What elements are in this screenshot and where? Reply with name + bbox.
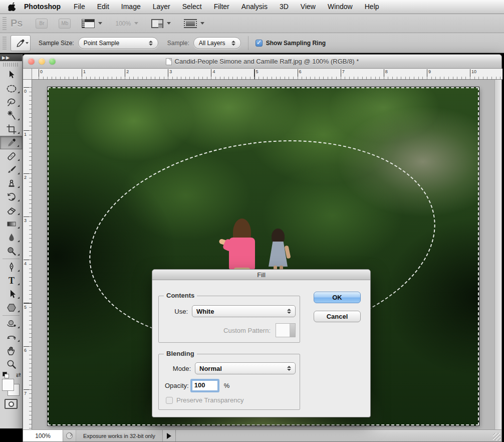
grip-handle[interactable] bbox=[3, 17, 7, 30]
vertical-scrollbar[interactable] bbox=[494, 80, 501, 430]
clone-stamp-tool[interactable] bbox=[0, 176, 23, 190]
gradient-tool[interactable] bbox=[0, 217, 23, 231]
resize-grip[interactable] bbox=[493, 433, 500, 440]
marquee-icon bbox=[6, 83, 18, 95]
menu-item-file[interactable]: File bbox=[68, 0, 91, 14]
stepper-icon bbox=[287, 309, 291, 314]
mode-select[interactable]: Normal bbox=[195, 362, 296, 374]
sample-select[interactable]: All Layers bbox=[193, 37, 241, 49]
opacity-input[interactable]: 100 bbox=[192, 380, 218, 391]
menu-item-photoshop[interactable]: Photoshop bbox=[18, 0, 68, 14]
zoom-window-button[interactable] bbox=[49, 58, 56, 65]
launch-bridge-button[interactable]: Br bbox=[36, 19, 48, 29]
show-sampling-ring-checkbox[interactable] bbox=[256, 40, 263, 47]
hand-tool[interactable] bbox=[0, 344, 23, 357]
tool-options-bar: Sample Size: Point Sample Sample: All La… bbox=[0, 33, 504, 53]
fill-dialog: Fill Contents Use: White Custom Pattern:… bbox=[152, 269, 371, 417]
menu-item-help[interactable]: Help bbox=[359, 0, 385, 14]
v-ruler-number: 4 bbox=[24, 261, 27, 266]
move-tool[interactable] bbox=[0, 68, 23, 82]
close-button[interactable] bbox=[28, 58, 35, 65]
menu-item-image[interactable]: Image bbox=[115, 0, 147, 14]
path-selection-tool[interactable] bbox=[0, 287, 23, 301]
mode-value: Normal bbox=[199, 365, 282, 372]
use-select[interactable]: White bbox=[192, 305, 296, 317]
menu-bar: PhotoshopFileEditImageLayerSelectFilterA… bbox=[0, 0, 504, 14]
ok-button[interactable]: OK bbox=[314, 292, 361, 303]
eyedropper-icon bbox=[15, 38, 26, 49]
vertical-ruler[interactable]: 01234567 bbox=[23, 80, 32, 430]
eyedropper-tool[interactable] bbox=[0, 136, 23, 149]
document-title: Candid-People Simone and Camille Raff.jp… bbox=[175, 58, 359, 65]
palette-collapse-button[interactable]: ▶▶ bbox=[0, 54, 22, 61]
menu-item-filter[interactable]: Filter bbox=[208, 0, 235, 14]
zoom-level-dropdown[interactable]: 100% bbox=[115, 20, 138, 27]
contents-group: Contents Use: White Custom Pattern: bbox=[158, 296, 300, 343]
ruler-origin-box[interactable] bbox=[23, 69, 32, 80]
arrange-documents-icon bbox=[151, 19, 163, 28]
menu-item-layer[interactable]: Layer bbox=[147, 0, 176, 14]
menu-item-window[interactable]: Window bbox=[322, 0, 359, 14]
default-colors-icon[interactable] bbox=[3, 372, 9, 378]
3d-rotate-tool[interactable] bbox=[0, 317, 23, 330]
menu-item-select[interactable]: Select bbox=[176, 0, 208, 14]
type-icon: T bbox=[6, 275, 18, 287]
horizontal-ruler[interactable]: 012345678910 bbox=[32, 69, 502, 80]
type-tool[interactable]: T bbox=[0, 274, 23, 287]
apple-menu[interactable] bbox=[5, 3, 18, 11]
h-ruler-number: 1 bbox=[83, 69, 86, 74]
menu-item-view[interactable]: View bbox=[295, 0, 322, 14]
cancel-button[interactable]: Cancel bbox=[314, 311, 361, 322]
grip-handle[interactable] bbox=[3, 63, 19, 67]
menu-item-analysis[interactable]: Analysis bbox=[235, 0, 274, 14]
foreground-color-swatch[interactable] bbox=[2, 379, 14, 391]
minimize-button[interactable] bbox=[39, 58, 45, 65]
current-tool-button[interactable] bbox=[11, 35, 31, 51]
sample-size-select[interactable]: Point Sample bbox=[78, 37, 158, 49]
magic-wand-tool[interactable] bbox=[0, 109, 23, 122]
hand-icon bbox=[6, 345, 18, 357]
zoom-tool[interactable] bbox=[0, 357, 23, 371]
pen-tool[interactable] bbox=[0, 260, 23, 274]
status-info-button[interactable] bbox=[63, 430, 76, 441]
stepper-icon bbox=[287, 366, 291, 371]
h-ruler-number: 2 bbox=[126, 69, 129, 74]
lasso-tool[interactable] bbox=[0, 95, 23, 109]
swap-colors-icon[interactable]: ⇄ bbox=[16, 371, 21, 378]
eyedropper-icon bbox=[6, 137, 18, 149]
window-title-bar[interactable]: Candid-People Simone and Camille Raff.jp… bbox=[23, 55, 501, 69]
launch-mobile-button[interactable]: Mb bbox=[59, 19, 71, 29]
status-zoom-field[interactable]: 100% bbox=[23, 430, 63, 441]
magic-wand-icon bbox=[6, 110, 18, 122]
blur-tool[interactable] bbox=[0, 231, 23, 244]
zoom-level-value: 100% bbox=[115, 20, 131, 27]
screen-mode-icon bbox=[184, 19, 197, 28]
shape-tool[interactable] bbox=[0, 301, 23, 314]
pie-icon bbox=[66, 432, 73, 439]
view-extras-dropdown[interactable] bbox=[82, 19, 102, 28]
dialog-title[interactable]: Fill bbox=[152, 270, 370, 280]
dodge-icon bbox=[6, 245, 18, 257]
healing-brush-tool[interactable] bbox=[0, 149, 23, 163]
quick-mask-button[interactable] bbox=[5, 399, 18, 409]
3d-orbit-tool[interactable] bbox=[0, 330, 23, 344]
arrange-documents-dropdown[interactable] bbox=[151, 19, 171, 28]
view-extras-icon bbox=[82, 19, 95, 28]
eraser-tool[interactable] bbox=[0, 203, 23, 217]
menu-item-3d[interactable]: 3D bbox=[274, 0, 295, 14]
screen-mode-dropdown[interactable] bbox=[184, 19, 204, 28]
chevron-down-icon bbox=[200, 22, 204, 25]
marquee-tool[interactable] bbox=[0, 82, 23, 95]
grip-handle[interactable] bbox=[3, 37, 7, 50]
h-ruler-number: 0 bbox=[40, 69, 43, 74]
clone-stamp-icon bbox=[6, 177, 18, 189]
brush-tool[interactable] bbox=[0, 163, 23, 176]
history-brush-tool[interactable] bbox=[0, 190, 23, 203]
status-message: Exposure works in 32-bit only bbox=[76, 430, 163, 441]
menu-item-edit[interactable]: Edit bbox=[91, 0, 115, 14]
v-ruler-number: 2 bbox=[24, 175, 27, 180]
dodge-tool[interactable] bbox=[0, 244, 23, 258]
crop-tool[interactable] bbox=[0, 122, 23, 136]
gradient-icon bbox=[6, 218, 18, 230]
status-menu-button[interactable] bbox=[163, 430, 176, 441]
